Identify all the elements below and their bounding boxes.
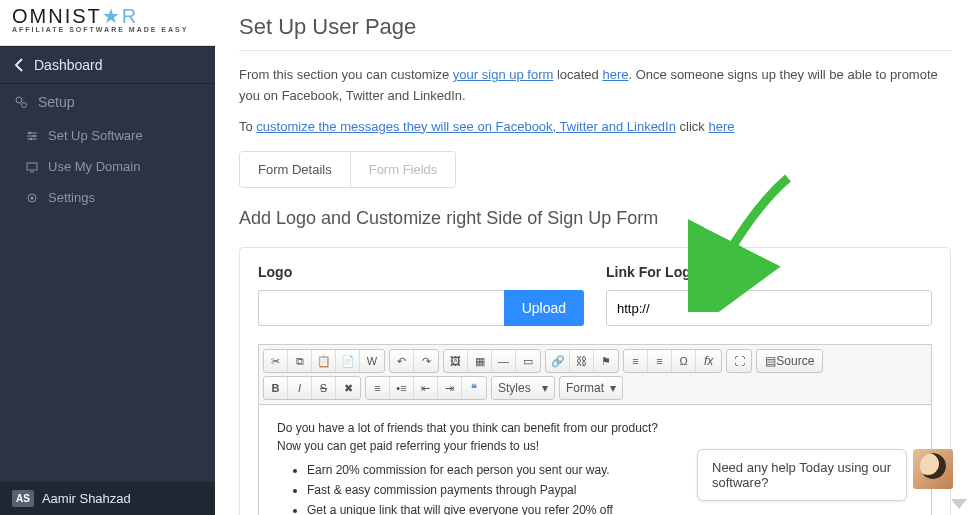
logo-file-input[interactable] xyxy=(258,290,504,326)
clear-format-icon[interactable]: ✖ xyxy=(336,377,360,399)
nav-use-domain[interactable]: Use My Domain xyxy=(0,151,215,182)
intro-1: From this section you can customize your… xyxy=(239,65,951,107)
gear-icon xyxy=(26,192,38,204)
svg-point-7 xyxy=(31,196,34,199)
align-left-icon[interactable]: ≡ xyxy=(624,350,648,372)
nav-settings[interactable]: Settings xyxy=(0,182,215,213)
nav-dashboard-label: Dashboard xyxy=(34,57,103,73)
sidebar: OMNIST★R AFFILIATE SOFTWARE MADE EASY Da… xyxy=(0,0,215,515)
user-badge: AS xyxy=(12,490,34,507)
paste-word-icon[interactable]: W xyxy=(360,350,384,372)
brand-name-1: OMNIST xyxy=(12,5,102,27)
editor-bullet-3: Get a unique link that will give everyon… xyxy=(307,501,913,515)
brand-logo: OMNIST★R AFFILIATE SOFTWARE MADE EASY xyxy=(0,0,215,46)
nav-setup-software-label: Set Up Software xyxy=(48,128,143,143)
nav-setup-label: Setup xyxy=(38,94,75,110)
paste-icon[interactable]: 📋 xyxy=(312,350,336,372)
chevron-left-icon xyxy=(14,58,24,72)
link-signup-form[interactable]: your sign up form xyxy=(453,67,553,82)
paste-text-icon[interactable]: 📄 xyxy=(336,350,360,372)
flag-icon[interactable]: ⚑ xyxy=(594,350,618,372)
outdent-icon[interactable]: ⇤ xyxy=(414,377,438,399)
divider xyxy=(239,50,951,51)
link-icon[interactable]: 🔗 xyxy=(546,350,570,372)
link-here-2[interactable]: here xyxy=(708,119,734,134)
copy-icon[interactable]: ⧉ xyxy=(288,350,312,372)
svg-rect-5 xyxy=(27,163,37,170)
ol-icon[interactable]: ≡ xyxy=(366,377,390,399)
help-toggle-icon[interactable] xyxy=(951,499,967,509)
nav-settings-label: Settings xyxy=(48,190,95,205)
page-title: Set Up User Page xyxy=(239,14,951,40)
help-avatar xyxy=(913,449,953,489)
brand-tagline: AFFILIATE SOFTWARE MADE EASY xyxy=(12,26,203,33)
cut-icon[interactable]: ✂ xyxy=(264,350,288,372)
upload-button[interactable]: Upload xyxy=(504,290,584,326)
link-for-logo-input[interactable] xyxy=(606,290,932,326)
main-content: Set Up User Page From this section you c… xyxy=(215,0,975,515)
blockquote-icon[interactable]: ❝ xyxy=(462,377,486,399)
link-for-logo-label: Link For Logo xyxy=(606,264,932,280)
link-here-1[interactable]: here xyxy=(602,67,628,82)
editor-toolbar: ✂⧉📋📄W ↶↷ 🖼▦—▭ 🔗⛓⚑ ≡≡Ωfx ⛶ ▤ Source BIS✖ … xyxy=(259,345,931,405)
ul-icon[interactable]: •≡ xyxy=(390,377,414,399)
svg-point-4 xyxy=(30,137,33,140)
bold-icon[interactable]: B xyxy=(264,377,288,399)
omega-icon[interactable]: Ω xyxy=(672,350,696,372)
help-bubble: Need any help Today using our software? xyxy=(697,449,907,501)
image-icon[interactable]: 🖼 xyxy=(444,350,468,372)
redo-icon[interactable]: ↷ xyxy=(414,350,438,372)
help-widget[interactable]: Need any help Today using our software? xyxy=(697,449,953,501)
link-customize-messages[interactable]: customize the messages they will see on … xyxy=(256,119,676,134)
editor-line-1: Do you have a lot of friends that you th… xyxy=(277,419,913,437)
nav-setup-software[interactable]: Set Up Software xyxy=(0,120,215,151)
tab-bar: Form Details Form Fields xyxy=(239,151,456,188)
user-name: Aamir Shahzad xyxy=(42,491,131,506)
styles-dropdown[interactable]: Styles▾ xyxy=(492,377,554,399)
intro-2: To customize the messages they will see … xyxy=(239,117,951,138)
table-icon[interactable]: ▦ xyxy=(468,350,492,372)
iframe-icon[interactable]: ▭ xyxy=(516,350,540,372)
user-bar[interactable]: AS Aamir Shahzad xyxy=(0,482,215,515)
section-title: Add Logo and Customize right Side of Sig… xyxy=(239,208,951,229)
svg-point-0 xyxy=(16,97,22,103)
nav-use-domain-label: Use My Domain xyxy=(48,159,140,174)
sliders-icon xyxy=(26,130,38,142)
italic-icon[interactable]: I xyxy=(288,377,312,399)
fx-icon[interactable]: fx xyxy=(696,350,721,372)
indent-icon[interactable]: ⇥ xyxy=(438,377,462,399)
format-dropdown[interactable]: Format▾ xyxy=(560,377,622,399)
monitor-icon xyxy=(26,161,38,173)
svg-point-2 xyxy=(29,131,32,134)
unlink-icon[interactable]: ⛓ xyxy=(570,350,594,372)
strike-icon[interactable]: S xyxy=(312,377,336,399)
tab-form-fields[interactable]: Form Fields xyxy=(350,152,456,187)
svg-point-3 xyxy=(33,134,36,137)
nav-dashboard[interactable]: Dashboard xyxy=(0,46,215,84)
logo-label: Logo xyxy=(258,264,584,280)
cogs-icon xyxy=(14,95,28,109)
source-button[interactable]: ▤ Source xyxy=(757,350,822,372)
undo-icon[interactable]: ↶ xyxy=(390,350,414,372)
svg-point-1 xyxy=(22,103,27,108)
brand-name-2: ★R xyxy=(102,5,138,27)
align-center-icon[interactable]: ≡ xyxy=(648,350,672,372)
hr-icon[interactable]: — xyxy=(492,350,516,372)
maximize-icon[interactable]: ⛶ xyxy=(727,350,751,372)
nav-setup[interactable]: Setup xyxy=(0,84,215,120)
tab-form-details[interactable]: Form Details xyxy=(240,152,350,187)
